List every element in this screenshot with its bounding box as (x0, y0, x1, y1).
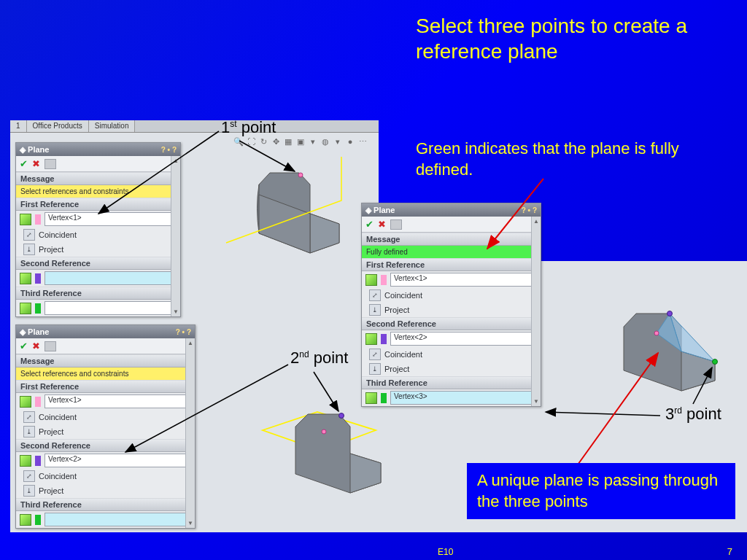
ok-button[interactable]: ✔ (365, 219, 374, 230)
message-content: Fully defined (362, 246, 541, 258)
cube-icon (20, 455, 31, 467)
color-swatch-pink (35, 397, 41, 407)
first-ref-input[interactable]: Vertex<1> (44, 212, 177, 226)
model-1 (219, 157, 350, 266)
cancel-button[interactable]: ✖ (32, 341, 40, 351)
project-label: Project (39, 486, 63, 495)
project-icon[interactable]: ⤓ (23, 244, 35, 255)
plane-panel-3: ◈ Plane ? • ? ✔ ✖ Message⌃ Fully defined… (361, 203, 541, 407)
section-third-ref: Third Reference (20, 289, 82, 298)
color-swatch-purple (35, 456, 41, 466)
dropdown2-icon[interactable]: ▾ (333, 137, 343, 147)
panel-title: Plane (374, 206, 395, 214)
section-message: Message (20, 357, 54, 365)
section-icon[interactable]: ▦ (283, 137, 293, 147)
scene-icon[interactable]: ● (345, 137, 355, 147)
coincident-icon[interactable]: ⤢ (369, 289, 381, 301)
ok-button[interactable]: ✔ (20, 158, 28, 169)
svg-marker-1 (310, 214, 339, 253)
coincident-label: Coincident (384, 350, 422, 359)
second-ref-input[interactable] (44, 271, 177, 285)
ok-button[interactable]: ✔ (20, 341, 28, 351)
first-ref-input[interactable]: Vertex<1> (44, 394, 191, 408)
more-icon[interactable]: ⋯ (357, 137, 368, 147)
pin-button[interactable] (44, 341, 56, 351)
app-header: 1 Office Products Simulation (10, 120, 379, 133)
project-icon[interactable]: ⤓ (369, 363, 381, 375)
coincident-label: Coincident (39, 230, 77, 239)
section-message: Message (366, 235, 400, 244)
section-first-ref: First Reference (20, 200, 79, 209)
message-content: Select references and constraints (16, 368, 195, 380)
section-third-ref: Third Reference (20, 500, 82, 509)
scrollbar[interactable] (185, 338, 195, 528)
coincident-label: Coincident (39, 472, 77, 481)
svg-point-13 (667, 311, 673, 316)
tab-office[interactable]: Office Products (27, 120, 89, 132)
svg-point-7 (339, 413, 344, 419)
section-second-ref: Second Reference (366, 319, 436, 328)
section-second-ref: Second Reference (20, 259, 90, 268)
panel-titlebar[interactable]: ◈ Plane ? • ? (16, 325, 195, 338)
cube-icon (20, 214, 31, 225)
project-label: Project (384, 365, 409, 373)
zoom-icon[interactable]: 🔍 (233, 137, 244, 147)
panel-titlebar[interactable]: ◈ Plane ? • ? (16, 143, 180, 156)
cube-icon (20, 303, 31, 314)
dropdown-icon[interactable]: ▾ (308, 137, 318, 147)
project-icon[interactable]: ⤓ (369, 304, 381, 316)
cancel-button[interactable]: ✖ (32, 158, 40, 169)
third-ref-input[interactable] (44, 301, 177, 315)
panel-titlebar[interactable]: ◈ Plane ? • ? (362, 203, 541, 217)
model-2 (248, 386, 401, 510)
pan-icon[interactable]: ✥ (271, 137, 281, 147)
footer-code: E10 (438, 547, 453, 557)
third-ref-input[interactable]: Vertex<3> (390, 391, 537, 405)
cube-icon (20, 396, 31, 408)
tabstrip[interactable]: 1 Office Products Simulation (10, 120, 379, 133)
project-icon[interactable]: ⤓ (23, 426, 35, 438)
cancel-button[interactable]: ✖ (378, 219, 386, 230)
scrollbar[interactable] (531, 217, 541, 406)
tab-simulation[interactable]: Simulation (89, 120, 136, 132)
scrollbar[interactable] (171, 156, 180, 316)
project-label: Project (39, 245, 63, 254)
second-ref-input[interactable]: Vertex<2> (44, 454, 191, 467)
cube-icon (20, 273, 31, 284)
label-1st-point: 1st point (221, 118, 276, 137)
color-swatch-green (35, 515, 41, 525)
color-swatch-green (35, 303, 41, 314)
help-icon[interactable]: ? • ? (522, 206, 537, 214)
cube-icon (365, 333, 377, 345)
message-content: Select references and constraints (16, 185, 180, 198)
project-icon[interactable]: ⤓ (23, 485, 35, 497)
third-ref-input[interactable] (44, 513, 191, 526)
help-icon[interactable]: ? • ? (161, 146, 177, 154)
svg-marker-6 (350, 454, 381, 493)
model-3 (584, 292, 737, 416)
first-ref-input[interactable]: Vertex<1> (390, 273, 537, 287)
render-icon[interactable]: ▣ (295, 137, 306, 147)
pin-button[interactable] (390, 219, 402, 230)
cube-icon (365, 274, 377, 286)
zoom-fit-icon[interactable]: ⛶ (246, 137, 256, 147)
hide-icon[interactable]: ◍ (320, 137, 330, 147)
panel-title: Plane (28, 327, 49, 336)
section-message: Message (20, 174, 54, 183)
coincident-icon[interactable]: ⤢ (23, 411, 35, 423)
project-label: Project (39, 427, 63, 436)
cube-icon (20, 514, 31, 526)
annotation-green: Green indicates that the plane is fully … (416, 139, 700, 180)
coincident-icon[interactable]: ⤢ (23, 470, 35, 482)
rotate-icon[interactable]: ↻ (258, 137, 268, 147)
pin-button[interactable] (44, 159, 56, 169)
coincident-label: Coincident (384, 291, 422, 300)
label-3rd-point: 3rd point (665, 405, 721, 424)
panel-title: Plane (28, 145, 49, 154)
help-icon[interactable]: ? • ? (176, 328, 191, 336)
coincident-icon[interactable]: ⤢ (369, 349, 381, 360)
coincident-icon[interactable]: ⤢ (23, 229, 35, 241)
tab-1[interactable]: 1 (10, 120, 27, 132)
second-ref-input[interactable]: Vertex<2> (390, 332, 537, 346)
svg-point-14 (654, 331, 659, 335)
